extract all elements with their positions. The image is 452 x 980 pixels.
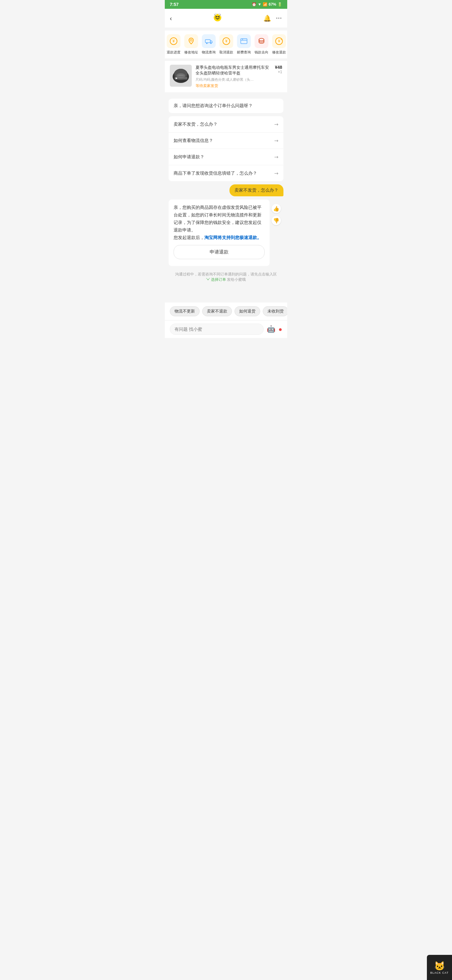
- svg-point-10: [190, 39, 192, 41]
- faq-arrow-0: ↗: [273, 121, 280, 128]
- footer-notice-line2: 发给小蜜哦: [227, 277, 246, 282]
- spacer2: [165, 294, 287, 300]
- quick-tag-3[interactable]: 未收到货: [263, 306, 287, 316]
- bot-response-card: 亲，您购买的商品因存在虚假发货风险已被平台处置，如您的订单长时间无物流揽件和更新…: [168, 199, 270, 266]
- faq-text-3: 商品下单了发现收货信息填错了，怎么办？: [174, 170, 257, 176]
- product-card: ★ 夏季头盔电动电瓶车男女士通用摩托车安全头盔防晒轻便哈雷半盔 尺码:均码;颜色…: [165, 61, 287, 92]
- header-actions: 🔔 ···: [263, 14, 282, 22]
- quick-actions-bar: ¥ 退款进度 修改地址 物流查询 ¥ 取消退款 邮费查询 钱款去向 ¥: [165, 30, 287, 59]
- robot-icon[interactable]: 🤖: [267, 325, 275, 333]
- bot-response-part1: 亲，您购买的商品因存在虚假发货风险已被平台处置，如您的订单长时间无物流揽件和更新…: [174, 205, 262, 232]
- bee-logo-icon: [211, 12, 224, 24]
- quick-action-postage[interactable]: 邮费查询: [235, 34, 253, 55]
- bot-response-wrap: 亲，您购买的商品因存在虚假发货风险已被平台处置，如您的订单长时间无物流揽件和更新…: [168, 199, 270, 266]
- faq-arrow-3: ↗: [273, 170, 280, 177]
- bot-response-part2: 您发起退款后，淘宝网将支持到您极速退款。: [174, 235, 262, 240]
- bot-question-bubble: 亲，请问您想咨询这个订单什么问题呀？: [168, 99, 284, 113]
- svg-point-13: [210, 43, 212, 44]
- product-thumbnail: ★: [170, 65, 192, 87]
- faq-item-2[interactable]: 如何申请退款？ ↗: [168, 149, 284, 165]
- quick-action-modify-refund[interactable]: ¥ 修改退款: [270, 34, 287, 55]
- faq-list: 卖家不发货，怎么办？ ↗ 如何查看物流信息？ ↗ 如何申请退款？ ↗ 商品下单了…: [168, 116, 284, 181]
- bot-question-text: 亲，请问您想咨询这个订单什么问题呀？: [174, 103, 253, 108]
- bot-response-highlight: 淘宝网将支持到您极速退款。: [205, 235, 262, 240]
- notification-button[interactable]: 🔔: [263, 14, 271, 22]
- svg-point-4: [216, 16, 217, 17]
- svg-point-17: [259, 38, 264, 41]
- money-direction-icon: [255, 34, 268, 48]
- svg-text:★: ★: [175, 77, 178, 80]
- quick-tags-bar: 物流不更新 卖家不退款 如何退货 未收到货 钱款退回时: [165, 302, 287, 320]
- signal-icon: 📶: [263, 2, 267, 6]
- footer-select-order-link[interactable]: '+' 选择订单: [206, 277, 226, 282]
- svg-point-5: [218, 16, 219, 17]
- svg-point-12: [206, 43, 208, 44]
- wifi-icon: ▼: [258, 2, 262, 6]
- app-header: ‹ 🔔 ···: [165, 9, 287, 28]
- spacer: [165, 287, 287, 294]
- faq-arrow-2: ↗: [273, 154, 280, 161]
- modify-address-label: 修改地址: [184, 50, 198, 55]
- faq-text-0: 卖家不发货，怎么办？: [174, 122, 217, 127]
- quick-action-logistics[interactable]: 物流查询: [200, 34, 217, 55]
- quick-tag-0[interactable]: 物流不更新: [170, 306, 200, 316]
- faq-item-3[interactable]: 商品下单了发现收货信息填错了，怎么办？ ↗: [168, 165, 284, 181]
- status-bar: 7:57 ⏰ ▼ 📶 67% 🔋: [165, 0, 287, 9]
- chat-input[interactable]: [170, 323, 264, 335]
- money-direction-label: 钱款去向: [255, 50, 268, 55]
- svg-text:¥: ¥: [172, 39, 175, 43]
- product-price: ¥48: [275, 65, 282, 70]
- product-quantity: ×1: [275, 70, 282, 74]
- refund-progress-label: 退款进度: [167, 50, 181, 55]
- alarm-icon: ⏰: [252, 2, 257, 6]
- user-message-bubble: 卖家不发货，怎么办？: [230, 185, 284, 196]
- product-title: 夏季头盔电动电瓶车男女士通用摩托车安全头盔防晒轻便哈雷半盔: [195, 65, 271, 76]
- battery-icon: 🔋: [278, 2, 282, 6]
- faq-text-2: 如何申请退款？: [174, 154, 205, 160]
- thumbs-down-button[interactable]: 👎: [271, 216, 281, 225]
- thumbs-up-button[interactable]: 👍: [271, 204, 281, 213]
- quick-tag-2[interactable]: 如何退货: [235, 306, 260, 316]
- cancel-refund-label: 取消退款: [219, 50, 233, 55]
- quick-action-money-direction[interactable]: 钱款去向: [253, 34, 270, 55]
- svg-text:¥: ¥: [278, 39, 280, 43]
- svg-text:¥: ¥: [225, 39, 228, 43]
- helmet-image: ★: [171, 66, 191, 86]
- apply-refund-button[interactable]: 申请退款: [174, 245, 265, 259]
- modify-refund-icon: ¥: [272, 34, 286, 48]
- chat-container: 亲，请问您想咨询这个订单什么问题呀？ 卖家不发货，怎么办？ ↗ 如何查看物流信息…: [165, 95, 287, 287]
- status-icons: ⏰ ▼ 📶 67% 🔋: [252, 2, 282, 6]
- battery-level: 67%: [269, 2, 276, 6]
- faq-item-0[interactable]: 卖家不发货，怎么办？ ↗: [168, 116, 284, 132]
- modify-refund-label: 修改退款: [272, 50, 286, 55]
- faq-arrow-1: ↗: [273, 137, 280, 145]
- quick-action-modify-address[interactable]: 修改地址: [182, 34, 200, 55]
- product-spec: 尺码:均码;颜色分类:成人磨砂黑（头…: [195, 77, 271, 82]
- bot-response-text: 亲，您购买的商品因存在虚假发货风险已被平台处置，如您的订单长时间无物流揽件和更新…: [174, 204, 265, 241]
- product-price-col: ¥48 ×1: [275, 65, 282, 74]
- refund-progress-icon: ¥: [167, 34, 181, 48]
- input-bar: 🤖 ●: [165, 320, 287, 338]
- quick-action-refund-progress[interactable]: ¥ 退款进度: [165, 34, 182, 55]
- status-time: 7:57: [170, 2, 179, 7]
- quick-action-cancel-refund[interactable]: ¥ 取消退款: [217, 34, 235, 55]
- feedback-icons: 👍 👎: [271, 204, 281, 225]
- quick-tag-1[interactable]: 卖家不退款: [202, 306, 232, 316]
- red-dot-icon: ●: [278, 326, 282, 333]
- more-button[interactable]: ···: [276, 15, 282, 21]
- app-logo: [211, 12, 224, 24]
- svg-rect-16: [241, 39, 247, 44]
- faq-text-1: 如何查看物流信息？: [174, 138, 213, 143]
- postage-icon: [237, 34, 251, 48]
- logistics-label: 物流查询: [202, 50, 216, 55]
- user-message-wrap: 卖家不发货，怎么办？: [168, 185, 284, 196]
- back-button[interactable]: ‹: [170, 15, 172, 22]
- faq-item-1[interactable]: 如何查看物流信息？ ↗: [168, 132, 284, 149]
- svg-rect-11: [205, 40, 210, 43]
- cancel-refund-icon: ¥: [219, 34, 233, 48]
- modify-address-icon: [184, 34, 198, 48]
- logistics-icon: [202, 34, 216, 48]
- product-info: 夏季头盔电动电瓶车男女士通用摩托车安全头盔防晒轻便哈雷半盔 尺码:均码;颜色分类…: [195, 65, 271, 89]
- footer-notice-line1: 沟通过程中，若需咨询不同订单遇到的问题，请先点击输入区: [175, 272, 277, 277]
- product-status: 等待卖家发货: [195, 83, 271, 89]
